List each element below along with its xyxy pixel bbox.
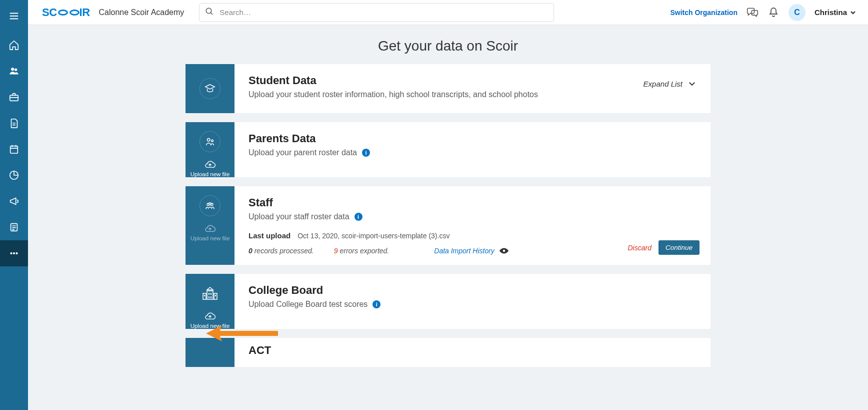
last-upload-label: Last upload — [248, 231, 290, 240]
svg-point-7 — [13, 252, 14, 254]
building-icon — [201, 286, 219, 300]
calendar-icon — [8, 144, 20, 155]
cloud-upload-icon — [204, 224, 216, 233]
username-menu[interactable]: Christina — [814, 8, 856, 17]
search-input[interactable] — [199, 3, 554, 22]
sidebar-hamburger[interactable] — [0, 0, 28, 32]
avatar[interactable]: C — [788, 4, 806, 21]
search-wrap — [199, 3, 554, 22]
card-title: College Board — [248, 284, 696, 297]
svg-point-11 — [212, 140, 214, 142]
card-icon-act — [186, 338, 234, 367]
card-desc: Upload your student roster information, … — [248, 90, 696, 99]
sidebar-item-more[interactable] — [0, 240, 28, 266]
svg-point-6 — [10, 252, 12, 254]
cloud-upload-icon — [204, 312, 216, 321]
errors-exported: 9 errors exported. — [334, 247, 390, 255]
chart-icon — [8, 170, 20, 181]
data-import-history-link[interactable]: Data Import History — [434, 247, 510, 255]
sidebar-item-list[interactable] — [0, 214, 28, 240]
logo[interactable]: SCIR — [42, 6, 90, 19]
upload-label: Upload new file — [190, 171, 230, 177]
home-icon — [8, 40, 20, 51]
svg-point-0 — [12, 68, 14, 71]
topbar-right: Switch Organization C Christina — [670, 4, 856, 21]
card-icon-student — [186, 64, 234, 113]
card-title: Staff — [248, 196, 696, 209]
discard-button[interactable]: Discard — [628, 244, 651, 252]
card-actions: Discard Continue — [628, 240, 700, 255]
list-icon — [8, 222, 20, 233]
card-student-data: Student Data Upload your student roster … — [186, 64, 710, 113]
svg-point-10 — [208, 139, 210, 142]
expand-list-toggle[interactable]: Expand List — [644, 79, 696, 88]
last-upload-row: Last upload Oct 13, 2020, scoir-import-u… — [248, 231, 696, 240]
username-label: Christina — [814, 8, 847, 17]
upload-new-file-college-board[interactable]: Upload new file — [190, 312, 230, 329]
card-act: ACT — [186, 338, 710, 367]
parents-icon — [204, 136, 216, 147]
megaphone-icon — [8, 196, 20, 207]
switch-org-link[interactable]: Switch Organization — [670, 9, 738, 17]
info-icon[interactable]: i — [362, 149, 370, 157]
eye-icon — [498, 247, 510, 255]
main: Get your data on Scoir Student Data Uplo… — [28, 0, 868, 367]
card-desc: Upload your parent roster data i — [248, 148, 696, 157]
card-parents-data: Upload new file Parents Data Upload your… — [186, 122, 710, 177]
sidebar-item-document[interactable] — [0, 110, 28, 136]
topbar: SCIR Calonne Scoir Academy Switch Organi… — [28, 0, 868, 25]
card-icon-college-board: Upload new file — [186, 274, 234, 329]
sidebar-item-megaphone[interactable] — [0, 188, 28, 214]
svg-point-15 — [503, 250, 506, 252]
last-upload-value: Oct 13, 2020, scoir-import-users-templat… — [298, 232, 450, 240]
card-desc: Upload your staff roster data i — [248, 212, 696, 221]
cloud-upload-icon — [204, 160, 216, 169]
svg-point-8 — [16, 252, 18, 254]
card-icon-parents: Upload new file — [186, 122, 234, 177]
people-icon — [8, 66, 20, 77]
chevron-down-icon — [688, 79, 696, 88]
document-icon — [8, 118, 20, 129]
svg-point-9 — [206, 8, 212, 14]
graduate-icon — [204, 83, 216, 94]
svg-rect-3 — [10, 146, 18, 154]
sidebar-item-calendar[interactable] — [0, 136, 28, 162]
continue-button[interactable]: Continue — [658, 240, 700, 255]
sidebar-item-people[interactable] — [0, 58, 28, 84]
info-icon[interactable]: i — [372, 300, 380, 308]
briefcase-icon — [8, 92, 20, 103]
chevron-down-icon — [850, 10, 856, 16]
more-icon — [8, 248, 20, 259]
bell-icon[interactable] — [768, 7, 780, 19]
chat-icon[interactable] — [746, 7, 758, 19]
card-staff: Upload new file Staff Upload your staff … — [186, 186, 710, 265]
staff-icon — [204, 200, 216, 211]
upload-new-file-staff[interactable]: Upload new file — [190, 224, 230, 241]
search-icon — [205, 7, 214, 18]
hamburger-icon — [8, 11, 20, 22]
sidebar-item-home[interactable] — [0, 32, 28, 58]
cards-container: Student Data Upload your student roster … — [186, 64, 710, 367]
sidebar-item-briefcase[interactable] — [0, 84, 28, 110]
upload-new-file-parents[interactable]: Upload new file — [190, 160, 230, 177]
card-college-board: Upload new file College Board Upload Col… — [186, 274, 710, 329]
expand-label: Expand List — [644, 80, 682, 88]
svg-point-1 — [14, 69, 17, 71]
info-icon[interactable]: i — [354, 213, 362, 221]
card-title: ACT — [248, 344, 696, 357]
page-title: Get your data on Scoir — [28, 25, 868, 64]
card-desc: Upload College Board test scores i — [248, 300, 696, 309]
sidebar-item-chart[interactable] — [0, 162, 28, 188]
card-title: Parents Data — [248, 132, 696, 145]
sidebar — [0, 0, 28, 410]
upload-label: Upload new file — [190, 323, 230, 329]
card-title: Student Data — [248, 74, 696, 87]
card-icon-staff: Upload new file — [186, 186, 234, 265]
org-name: Calonne Scoir Academy — [99, 8, 184, 17]
upload-label: Upload new file — [190, 235, 230, 241]
records-processed: 0 records processed. — [248, 247, 314, 255]
svg-rect-2 — [10, 95, 18, 101]
